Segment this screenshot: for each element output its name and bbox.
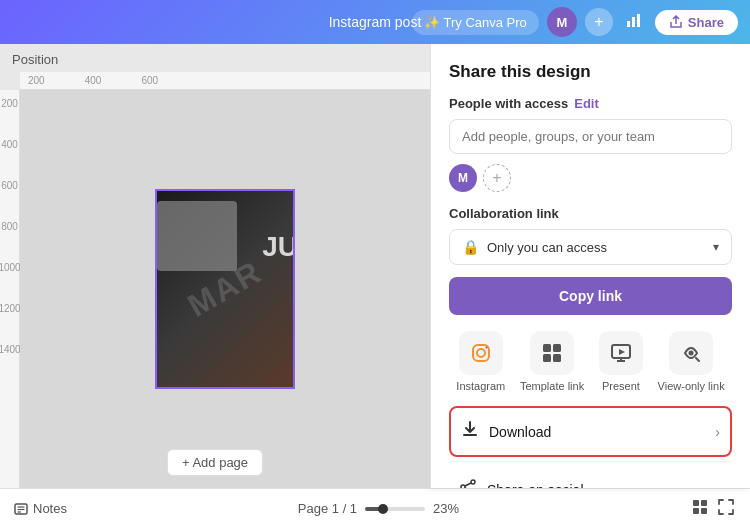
share-template[interactable]: Template link [520,331,584,392]
share-instagram[interactable]: Instagram [456,331,505,392]
design-card: JU MAR [155,189,295,389]
view-buttons [690,497,736,521]
svg-rect-26 [693,500,699,506]
add-person-button[interactable]: + [483,164,511,192]
access-dropdown[interactable]: 🔒 Only you can access ▾ [449,229,732,265]
share-label: Share [688,15,724,30]
main-area: Position 200 400 600 200 400 600 800 100… [0,44,750,488]
svg-point-14 [689,351,694,356]
laptop-graphic [157,201,237,271]
svg-rect-9 [553,354,561,362]
template-label: Template link [520,380,584,392]
share-social-row[interactable]: Share on social › [449,466,732,488]
copy-link-button[interactable]: Copy link [449,277,732,315]
svg-rect-28 [693,508,699,514]
canvas-content: JU MAR [20,90,430,488]
svg-rect-7 [553,344,561,352]
header: Instagram post ✨ Try Canva Pro M + Share [0,0,750,44]
share-button[interactable]: Share [655,10,738,35]
share-social-label: Share on social [487,482,584,489]
people-input[interactable] [449,119,732,154]
svg-line-20 [465,483,471,486]
download-icon [461,420,479,443]
people-list: M + [449,164,732,192]
view-only-label: View-only link [658,380,725,392]
present-icon [599,331,643,375]
svg-marker-13 [619,349,625,355]
download-row[interactable]: Download › [449,406,732,457]
template-icon [530,331,574,375]
share-present[interactable]: Present [599,331,643,392]
download-label: Download [489,424,551,440]
svg-point-19 [461,485,465,488]
share-icons-row: Instagram Template link [449,331,732,392]
present-label: Present [602,380,640,392]
share-social-chevron-icon: › [717,482,722,489]
grid-icon [692,499,708,515]
share-social-icon [459,478,477,488]
edit-link[interactable]: Edit [574,96,599,111]
person-avatar: M [449,164,477,192]
collab-label: Collaboration link [449,206,732,221]
analytics-button[interactable] [621,7,647,37]
bottom-bar: Notes Page 1 / 1 23% [0,488,750,528]
divider [449,461,732,462]
svg-rect-8 [543,354,551,362]
svg-rect-29 [701,508,707,514]
ruler-horizontal: 200 400 600 [20,72,430,90]
notes-label: Notes [33,501,67,516]
svg-rect-6 [543,344,551,352]
svg-point-17 [471,480,475,484]
design-text: JU [262,231,295,263]
people-section-label: People with access Edit [449,96,732,111]
notes-icon [14,502,28,516]
svg-point-4 [477,349,485,357]
zoom-controls: Page 1 / 1 23% [298,501,459,516]
add-page-button[interactable]: + Add page [167,449,263,476]
add-button[interactable]: + [585,8,613,36]
expand-icon [718,499,734,515]
share-panel: Share this design People with access Edi… [430,44,750,488]
try-canva-label: ✨ Try Canva Pro [424,15,527,30]
canvas-area: Position 200 400 600 200 400 600 800 100… [0,44,430,488]
access-label: Only you can access [487,240,607,255]
access-dropdown-left: 🔒 Only you can access [462,239,607,255]
svg-rect-2 [637,14,640,27]
notes-button[interactable]: Notes [14,501,67,516]
zoom-level: 23% [433,501,459,516]
svg-line-15 [696,358,699,361]
fullscreen-button[interactable] [716,497,736,521]
download-left: Download [461,420,551,443]
share-social-left: Share on social [459,478,584,488]
share-icon [669,15,683,29]
grid-view-button[interactable] [690,497,710,521]
try-canva-button[interactable]: ✨ Try Canva Pro [412,10,539,35]
user-avatar-button[interactable]: M [547,7,577,37]
share-view-only[interactable]: View-only link [658,331,725,392]
svg-rect-1 [632,17,635,27]
instagram-icon [459,331,503,375]
chevron-down-icon: ▾ [713,240,719,254]
chart-icon [625,11,643,29]
svg-rect-27 [701,500,707,506]
zoom-knob [378,504,388,514]
position-label: Position [12,52,58,67]
view-only-icon [669,331,713,375]
panel-title: Share this design [449,62,732,82]
svg-rect-0 [627,21,630,27]
lock-icon: 🔒 [462,239,479,255]
download-chevron-icon: › [715,424,720,440]
page-indicator: Page 1 / 1 [298,501,357,516]
zoom-slider[interactable] [365,507,425,511]
instagram-label: Instagram [456,380,505,392]
header-title: Instagram post [329,14,422,30]
svg-point-5 [485,347,487,349]
collab-section: Collaboration link 🔒 Only you can access… [449,206,732,265]
ruler-vertical: 200 400 600 800 1000 1200 1400 [0,90,20,488]
